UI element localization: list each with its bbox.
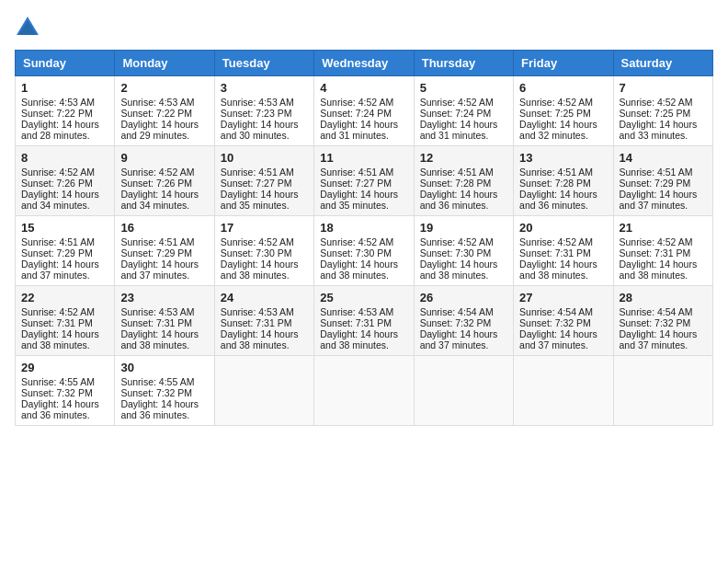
daylight-label: Daylight: 14 hours and 31 minutes. <box>320 119 398 141</box>
sunrise-label: Sunrise: 4:51 AM <box>221 167 294 178</box>
day-number: 11 <box>320 151 407 165</box>
sunrise-label: Sunrise: 4:52 AM <box>120 167 194 178</box>
day-number: 3 <box>221 81 308 95</box>
calendar-cell: 30Sunrise: 4:55 AMSunset: 7:32 PMDayligh… <box>115 356 214 426</box>
calendar-cell <box>414 356 513 426</box>
sunset-label: Sunset: 7:28 PM <box>519 178 591 189</box>
sunset-label: Sunset: 7:31 PM <box>620 247 691 259</box>
calendar-header: SundayMondayTuesdayWednesdayThursdayFrid… <box>16 51 713 76</box>
sunset-label: Sunset: 7:31 PM <box>120 317 192 328</box>
sunrise-label: Sunrise: 4:53 AM <box>221 97 294 108</box>
sunrise-label: Sunrise: 4:52 AM <box>420 97 494 108</box>
calendar-cell: 20Sunrise: 4:52 AMSunset: 7:31 PMDayligh… <box>514 216 613 286</box>
daylight-label: Daylight: 14 hours and 29 minutes. <box>120 119 199 141</box>
day-number: 12 <box>420 151 507 165</box>
day-number: 2 <box>120 81 208 95</box>
calendar-cell: 25Sunrise: 4:53 AMSunset: 7:31 PMDayligh… <box>314 286 414 356</box>
calendar-cell: 3Sunrise: 4:53 AMSunset: 7:23 PMDaylight… <box>214 76 313 146</box>
sunset-label: Sunset: 7:23 PM <box>221 108 292 119</box>
calendar-cell: 21Sunrise: 4:52 AMSunset: 7:31 PMDayligh… <box>613 216 712 286</box>
logo <box>15 15 44 40</box>
daylight-label: Daylight: 14 hours and 35 minutes. <box>221 189 299 211</box>
day-number: 16 <box>120 221 208 235</box>
day-number: 21 <box>620 221 707 235</box>
calendar-cell: 16Sunrise: 4:51 AMSunset: 7:29 PMDayligh… <box>115 216 214 286</box>
daylight-label: Daylight: 14 hours and 34 minutes. <box>120 189 199 211</box>
day-number: 1 <box>21 81 108 95</box>
day-number: 22 <box>21 291 108 304</box>
sunset-label: Sunset: 7:32 PM <box>519 317 591 328</box>
calendar-week-1: 1Sunrise: 4:53 AMSunset: 7:22 PMDaylight… <box>16 76 713 146</box>
sunset-label: Sunset: 7:22 PM <box>21 108 93 119</box>
daylight-label: Daylight: 14 hours and 36 minutes. <box>519 189 597 211</box>
daylight-label: Daylight: 14 hours and 38 minutes. <box>120 328 199 350</box>
sunrise-label: Sunrise: 4:52 AM <box>21 167 95 178</box>
daylight-label: Daylight: 14 hours and 38 minutes. <box>420 259 498 281</box>
day-number: 7 <box>620 81 707 95</box>
sunrise-label: Sunrise: 4:51 AM <box>519 167 593 178</box>
sunset-label: Sunset: 7:30 PM <box>420 247 492 259</box>
calendar-week-2: 8Sunrise: 4:52 AMSunset: 7:26 PMDaylight… <box>16 146 713 216</box>
logo-icon <box>15 15 40 40</box>
daylight-label: Daylight: 14 hours and 34 minutes. <box>21 189 99 211</box>
calendar-cell: 7Sunrise: 4:52 AMSunset: 7:25 PMDaylight… <box>613 76 712 146</box>
daylight-label: Daylight: 14 hours and 35 minutes. <box>320 189 398 211</box>
sunrise-label: Sunrise: 4:55 AM <box>120 376 194 387</box>
day-number: 26 <box>420 291 507 304</box>
sunset-label: Sunset: 7:32 PM <box>21 387 93 398</box>
daylight-label: Daylight: 14 hours and 36 minutes. <box>21 398 99 420</box>
day-header-saturday: Saturday <box>613 51 712 76</box>
calendar-cell: 15Sunrise: 4:51 AMSunset: 7:29 PMDayligh… <box>16 216 115 286</box>
sunset-label: Sunset: 7:25 PM <box>519 108 591 119</box>
day-header-monday: Monday <box>115 51 214 76</box>
day-number: 24 <box>221 291 308 304</box>
sunrise-label: Sunrise: 4:51 AM <box>620 167 693 178</box>
sunset-label: Sunset: 7:24 PM <box>320 108 392 119</box>
daylight-label: Daylight: 14 hours and 30 minutes. <box>221 119 299 141</box>
day-number: 15 <box>21 221 108 235</box>
sunset-label: Sunset: 7:32 PM <box>120 387 192 398</box>
sunrise-label: Sunrise: 4:52 AM <box>221 236 294 247</box>
sunrise-label: Sunrise: 4:52 AM <box>620 97 693 108</box>
sunset-label: Sunset: 7:31 PM <box>221 317 292 328</box>
page-header <box>15 15 713 40</box>
calendar-cell: 19Sunrise: 4:52 AMSunset: 7:30 PMDayligh… <box>414 216 513 286</box>
day-number: 5 <box>420 81 507 95</box>
day-number: 4 <box>320 81 407 95</box>
daylight-label: Daylight: 14 hours and 38 minutes. <box>320 328 398 350</box>
sunset-label: Sunset: 7:32 PM <box>420 317 492 328</box>
sunrise-label: Sunrise: 4:54 AM <box>620 306 693 317</box>
calendar-table: SundayMondayTuesdayWednesdayThursdayFrid… <box>15 50 713 426</box>
daylight-label: Daylight: 14 hours and 31 minutes. <box>420 119 498 141</box>
day-header-tuesday: Tuesday <box>214 51 313 76</box>
calendar-cell: 9Sunrise: 4:52 AMSunset: 7:26 PMDaylight… <box>115 146 214 216</box>
daylight-label: Daylight: 14 hours and 38 minutes. <box>221 259 299 281</box>
day-number: 13 <box>519 151 607 165</box>
day-number: 28 <box>620 291 707 304</box>
sunrise-label: Sunrise: 4:53 AM <box>120 306 194 317</box>
day-number: 17 <box>221 221 308 235</box>
calendar-cell: 22Sunrise: 4:52 AMSunset: 7:31 PMDayligh… <box>16 286 115 356</box>
day-header-thursday: Thursday <box>414 51 513 76</box>
sunset-label: Sunset: 7:30 PM <box>320 247 392 259</box>
calendar-cell: 11Sunrise: 4:51 AMSunset: 7:27 PMDayligh… <box>314 146 414 216</box>
calendar-cell: 10Sunrise: 4:51 AMSunset: 7:27 PMDayligh… <box>214 146 313 216</box>
daylight-label: Daylight: 14 hours and 38 minutes. <box>519 259 597 281</box>
sunrise-label: Sunrise: 4:52 AM <box>519 236 593 247</box>
calendar-cell <box>314 356 414 426</box>
sunrise-label: Sunrise: 4:55 AM <box>21 376 95 387</box>
calendar-cell: 13Sunrise: 4:51 AMSunset: 7:28 PMDayligh… <box>514 146 613 216</box>
sunrise-label: Sunrise: 4:54 AM <box>420 306 494 317</box>
calendar-cell: 23Sunrise: 4:53 AMSunset: 7:31 PMDayligh… <box>115 286 214 356</box>
sunset-label: Sunset: 7:22 PM <box>120 108 192 119</box>
sunset-label: Sunset: 7:27 PM <box>221 178 292 189</box>
calendar-cell: 24Sunrise: 4:53 AMSunset: 7:31 PMDayligh… <box>214 286 313 356</box>
day-number: 27 <box>519 291 607 304</box>
sunrise-label: Sunrise: 4:51 AM <box>21 236 95 247</box>
calendar-cell: 1Sunrise: 4:53 AMSunset: 7:22 PMDaylight… <box>16 76 115 146</box>
calendar-cell <box>613 356 712 426</box>
sunrise-label: Sunrise: 4:53 AM <box>21 97 95 108</box>
day-number: 6 <box>519 81 607 95</box>
sunrise-label: Sunrise: 4:52 AM <box>620 236 693 247</box>
daylight-label: Daylight: 14 hours and 36 minutes. <box>120 398 199 420</box>
